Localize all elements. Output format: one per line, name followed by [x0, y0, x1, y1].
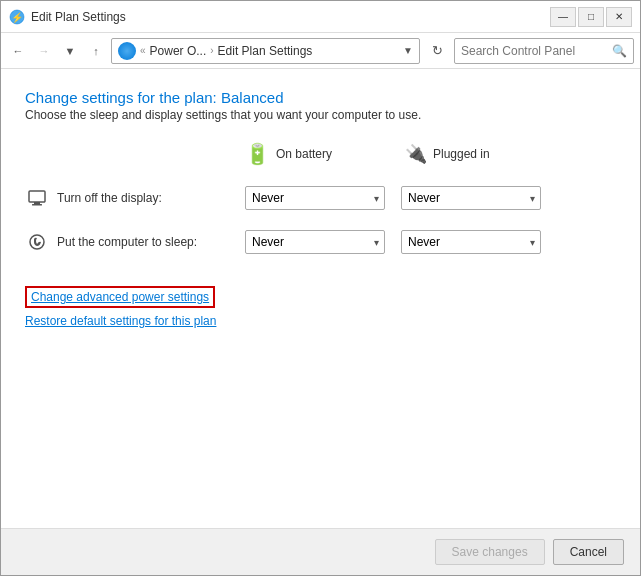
column-headers: 🔋 On battery 🔌 Plugged in: [25, 142, 616, 166]
up-button[interactable]: ↑: [85, 40, 107, 62]
display-label: Turn off the display:: [57, 191, 245, 205]
close-button[interactable]: ✕: [606, 7, 632, 27]
svg-rect-2: [29, 191, 45, 202]
svg-text:⚡: ⚡: [11, 11, 24, 24]
title-bar-icon: ⚡: [9, 9, 25, 25]
dropdown-history-button[interactable]: ▼: [59, 40, 81, 62]
display-icon: [25, 188, 49, 208]
save-button[interactable]: Save changes: [435, 539, 545, 565]
sleep-plugged-select[interactable]: Never 1 minute 5 minutes 10 minutes 15 m…: [401, 230, 541, 254]
title-bar: ⚡ Edit Plan Settings — □ ✕: [1, 1, 640, 33]
bottom-bar: Save changes Cancel: [1, 528, 640, 575]
display-battery-select-wrapper[interactable]: Never 1 minute 5 minutes 10 minutes 15 m…: [245, 186, 385, 210]
links-section: Change advanced power settings Restore d…: [25, 286, 616, 328]
plugged-label: Plugged in: [433, 147, 490, 161]
forward-button[interactable]: →: [33, 40, 55, 62]
display-row: Turn off the display: Never 1 minute 5 m…: [25, 186, 616, 210]
sleep-plugged-select-wrapper[interactable]: Never 1 minute 5 minutes 10 minutes 15 m…: [401, 230, 541, 254]
svg-rect-4: [32, 204, 42, 206]
cancel-button[interactable]: Cancel: [553, 539, 624, 565]
battery-column-header: 🔋 On battery: [245, 142, 405, 166]
sleep-label: Put the computer to sleep:: [57, 235, 245, 249]
battery-label: On battery: [276, 147, 332, 161]
plan-subtitle: Choose the sleep and display settings th…: [25, 108, 616, 122]
svg-point-5: [30, 235, 44, 249]
display-plugged-select-wrapper[interactable]: Never 1 minute 5 minutes 10 minutes 15 m…: [401, 186, 541, 210]
restore-defaults-link[interactable]: Restore default settings for this plan: [25, 314, 616, 328]
sleep-battery-select[interactable]: Never 1 minute 5 minutes 10 minutes 15 m…: [245, 230, 385, 254]
search-input[interactable]: [461, 44, 612, 58]
plugin-icon: 🔌: [405, 143, 427, 165]
search-icon[interactable]: 🔍: [612, 44, 627, 58]
advanced-power-settings-link[interactable]: Change advanced power settings: [25, 286, 215, 308]
sleep-icon: [25, 232, 49, 252]
page-heading: Change settings for the plan: Balanced C…: [25, 89, 616, 132]
sleep-battery-select-wrapper[interactable]: Never 1 minute 5 minutes 10 minutes 15 m…: [245, 230, 385, 254]
display-plugged-select[interactable]: Never 1 minute 5 minutes 10 minutes 15 m…: [401, 186, 541, 210]
main-window: ⚡ Edit Plan Settings — □ ✕ ← → ▼ ↑ « Pow…: [0, 0, 641, 576]
search-box[interactable]: 🔍: [454, 38, 634, 64]
globe-icon: [118, 42, 136, 60]
window-title: Edit Plan Settings: [31, 10, 550, 24]
plan-heading: Change settings for the plan: Balanced: [25, 89, 616, 106]
display-battery-select[interactable]: Never 1 minute 5 minutes 10 minutes 15 m…: [245, 186, 385, 210]
plugged-column-header: 🔌 Plugged in: [405, 143, 565, 165]
address-box[interactable]: « Power O... › Edit Plan Settings ▼: [111, 38, 420, 64]
maximize-button[interactable]: □: [578, 7, 604, 27]
breadcrumb: « Power O... › Edit Plan Settings: [118, 42, 312, 60]
back-button[interactable]: ←: [7, 40, 29, 62]
address-bar: ← → ▼ ↑ « Power O... › Edit Plan Setting…: [1, 33, 640, 69]
battery-icon: 🔋: [245, 142, 270, 166]
main-content: Change settings for the plan: Balanced C…: [1, 69, 640, 528]
minimize-button[interactable]: —: [550, 7, 576, 27]
svg-rect-3: [34, 202, 40, 204]
address-dropdown-button[interactable]: ▼: [403, 45, 413, 56]
window-controls: — □ ✕: [550, 7, 632, 27]
refresh-button[interactable]: ↻: [424, 38, 450, 64]
sleep-row: Put the computer to sleep: Never 1 minut…: [25, 230, 616, 254]
